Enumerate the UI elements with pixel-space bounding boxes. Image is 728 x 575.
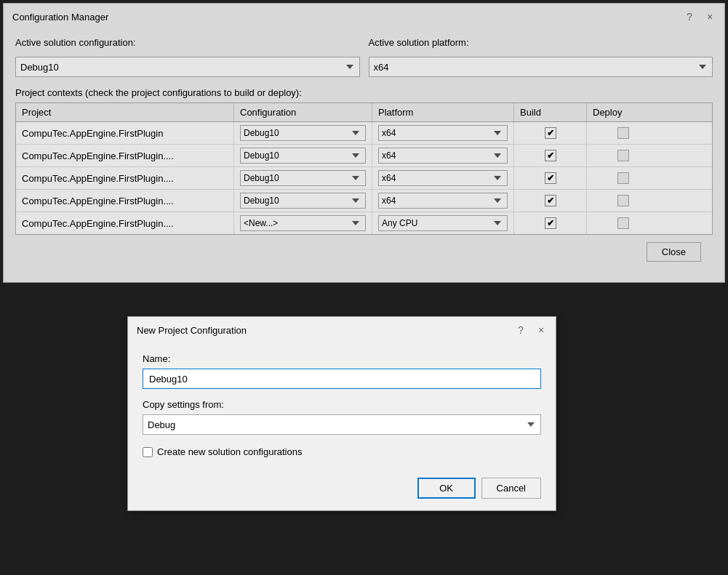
cancel-button[interactable]: Cancel bbox=[481, 478, 541, 499]
modal-title-controls: ? × bbox=[513, 323, 548, 337]
create-new-label[interactable]: Create new solution configurations bbox=[157, 446, 302, 457]
modal-title: New Project Configuration bbox=[137, 325, 247, 336]
copy-settings-select[interactable]: Debug Release Debug10 bbox=[143, 414, 541, 435]
modal-footer: OK Cancel bbox=[128, 472, 556, 510]
modal-overlay: New Project Configuration ? × Name: Copy… bbox=[4, 4, 724, 282]
configuration-manager-dialog: Configuration Manager ? × Active solutio… bbox=[3, 3, 725, 283]
ok-button[interactable]: OK bbox=[417, 478, 476, 499]
create-new-checkbox[interactable] bbox=[143, 447, 153, 457]
copy-settings-label: Copy settings from: bbox=[143, 399, 541, 410]
modal-close-button[interactable]: × bbox=[534, 323, 548, 337]
modal-title-bar: New Project Configuration ? × bbox=[128, 317, 556, 342]
name-input[interactable] bbox=[143, 369, 541, 389]
modal-help-button[interactable]: ? bbox=[513, 323, 528, 337]
modal-body: Name: Copy settings from: Debug Release … bbox=[128, 342, 556, 472]
name-label: Name: bbox=[143, 353, 541, 364]
create-new-row: Create new solution configurations bbox=[143, 446, 541, 457]
new-project-config-dialog: New Project Configuration ? × Name: Copy… bbox=[127, 316, 556, 511]
